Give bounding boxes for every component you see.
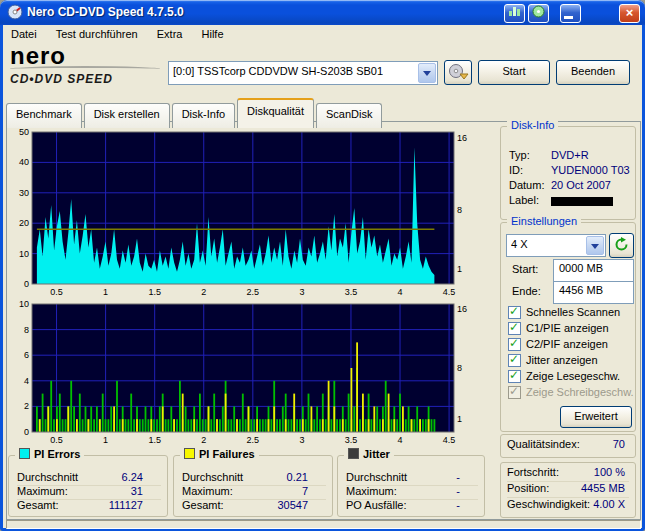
svg-text:2: 2 xyxy=(201,287,206,297)
checkbox-label: Zeige Lesegeschw. xyxy=(526,370,620,382)
disk-info-label-label: Label: xyxy=(509,194,551,206)
svg-text:30: 30 xyxy=(19,188,29,198)
stat-value: 30547 xyxy=(277,499,326,513)
disk-info-id-value: YUDEN000 T03 xyxy=(551,164,630,176)
disk-info-group: Disk-Info Typ:DVD+R ID:YUDEN000 T03 Datu… xyxy=(500,126,636,220)
drive-select-value: [0:0] TSSTcorp CDDVDW SH-S203B SB01 xyxy=(173,65,383,77)
stat-value: 6.24 xyxy=(122,471,161,485)
nero-logo-brand: nero xyxy=(10,46,162,66)
tab-scandisk[interactable]: ScanDisk xyxy=(316,103,382,128)
titlebar-chart-button[interactable] xyxy=(504,4,525,23)
checkbox-schnelles-scannen[interactable]: Schnelles Scannen xyxy=(508,305,620,319)
speed-select[interactable]: 4 X xyxy=(506,234,606,257)
svg-text:4: 4 xyxy=(398,287,403,297)
advanced-button[interactable]: Erweitert xyxy=(560,406,632,428)
tab-strip: Benchmark Disk erstellen Disk-Info Diskq… xyxy=(6,101,384,128)
stat-value: - xyxy=(456,485,478,499)
menu-bar: Datei Test durchführen Extra Hilfe xyxy=(3,25,642,45)
jitter-swatch xyxy=(348,448,359,459)
checkbox-jitter[interactable]: Jitter anzeigen xyxy=(508,353,598,367)
checkbox-label: Zeige Schreibgeschw. xyxy=(526,386,634,398)
svg-text:1: 1 xyxy=(457,264,462,274)
minimize-button[interactable] xyxy=(560,4,581,23)
stat-label: PO Ausfälle: xyxy=(346,499,407,513)
pi-failures-chart: 0.511.522.533.544.502468101681 xyxy=(8,299,478,447)
svg-text:1.5: 1.5 xyxy=(148,435,161,445)
start-mb-label: Start: xyxy=(512,263,538,275)
speed-select-arrow[interactable] xyxy=(586,236,604,255)
pi-errors-panel: PI Errors Durchschnitt6.24 Maximum:31 Ge… xyxy=(8,455,168,517)
menu-hilfe[interactable]: Hilfe xyxy=(194,25,232,42)
stat-label: Maximum: xyxy=(17,485,68,499)
pi-errors-panel-title: PI Errors xyxy=(34,448,80,460)
disk-info-datum-row: Datum:20 Oct 2007 xyxy=(509,179,611,191)
chevron-down-icon xyxy=(423,71,431,76)
disk-info-id-label: ID: xyxy=(509,164,551,176)
menu-datei[interactable]: Datei xyxy=(3,25,45,42)
pi-failures-panel: PI Failures Durchschnitt0.21 Maximum:7 G… xyxy=(173,455,333,517)
tab-disk-info[interactable]: Disk-Info xyxy=(172,103,235,128)
quit-button[interactable]: Beenden xyxy=(556,60,630,85)
svg-text:0: 0 xyxy=(24,279,29,289)
quit-button-label: Beenden xyxy=(571,61,615,77)
svg-text:1: 1 xyxy=(457,414,462,424)
progress-value: 100 % xyxy=(594,466,629,481)
close-button[interactable]: × xyxy=(619,4,640,23)
checkbox-schreibgeschw[interactable]: Zeige Schreibgeschw. xyxy=(508,385,634,399)
close-icon: × xyxy=(626,5,634,20)
checkbox-c2-pif[interactable]: C2/PIF anzeigen xyxy=(508,337,608,351)
stat-label: Gesamt: xyxy=(182,499,224,513)
stat-value: 0.21 xyxy=(287,471,326,485)
refresh-icon xyxy=(614,237,629,252)
checkbox-c1-pie[interactable]: C1/PIE anzeigen xyxy=(508,321,609,335)
checkbox-label: Jitter anzeigen xyxy=(526,354,598,366)
refresh-button[interactable] xyxy=(609,233,634,258)
nero-logo-product: CD•DVD SPEED xyxy=(10,72,162,86)
pi-errors-swatch xyxy=(19,448,30,459)
status-bar xyxy=(6,520,641,529)
progress-row: Fortschritt: 100 % xyxy=(507,466,629,482)
menu-test-durchfuehren[interactable]: Test durchführen xyxy=(48,25,146,42)
svg-text:2: 2 xyxy=(201,435,206,445)
svg-text:10: 10 xyxy=(19,249,29,259)
jitter-panel-title: Jitter xyxy=(363,448,390,460)
stat-value: 31 xyxy=(131,485,161,499)
app-icon xyxy=(7,4,23,20)
checkbox-label: C1/PIE anzeigen xyxy=(526,322,609,334)
checkbox-icon xyxy=(508,306,521,319)
svg-text:3: 3 xyxy=(299,287,304,297)
svg-text:10: 10 xyxy=(19,299,29,309)
svg-text:16: 16 xyxy=(457,133,467,143)
checkbox-label: Schnelles Scannen xyxy=(526,306,620,318)
jitter-panel: Jitter Durchschnitt- Maximum:- PO Ausfäl… xyxy=(337,455,485,517)
eject-disc-button[interactable] xyxy=(444,60,472,85)
stat-label: Maximum: xyxy=(346,485,397,499)
drive-select-arrow[interactable] xyxy=(418,63,436,83)
speed-select-value: 4 X xyxy=(511,238,528,250)
progress-group: Fortschritt: 100 % Position: 4455 MB Ges… xyxy=(500,462,636,518)
tab-benchmark[interactable]: Benchmark xyxy=(6,103,82,128)
disk-info-title: Disk-Info xyxy=(507,119,558,131)
tab-disk-erstellen[interactable]: Disk erstellen xyxy=(84,103,170,128)
titlebar[interactable]: Nero CD-DVD Speed 4.7.5.0 × xyxy=(0,0,645,25)
svg-text:0: 0 xyxy=(24,427,29,437)
start-button[interactable]: Start xyxy=(478,60,550,85)
svg-text:2.5: 2.5 xyxy=(247,287,260,297)
advanced-button-label: Erweitert xyxy=(574,407,617,422)
tab-diskqualitaet[interactable]: Diskqualität xyxy=(237,98,314,128)
svg-text:4.5: 4.5 xyxy=(443,287,456,297)
chevron-down-icon xyxy=(591,244,599,249)
disc-icon xyxy=(532,5,545,18)
checkbox-lesegeschw[interactable]: Zeige Lesegeschw. xyxy=(508,369,620,383)
titlebar-disc-button[interactable] xyxy=(528,4,549,23)
menu-extra[interactable]: Extra xyxy=(149,25,191,42)
position-value: 4455 MB xyxy=(581,482,629,497)
drive-select[interactable]: [0:0] TSSTcorp CDDVDW SH-S203B SB01 xyxy=(168,61,438,85)
svg-text:2: 2 xyxy=(24,401,29,411)
checkbox-icon xyxy=(508,354,521,367)
checkbox-icon xyxy=(508,322,521,335)
end-mb-input[interactable]: 4456 MB xyxy=(553,281,634,304)
start-button-label: Start xyxy=(502,61,525,77)
svg-text:4: 4 xyxy=(24,376,29,386)
start-mb-input[interactable]: 0000 MB xyxy=(553,259,634,282)
